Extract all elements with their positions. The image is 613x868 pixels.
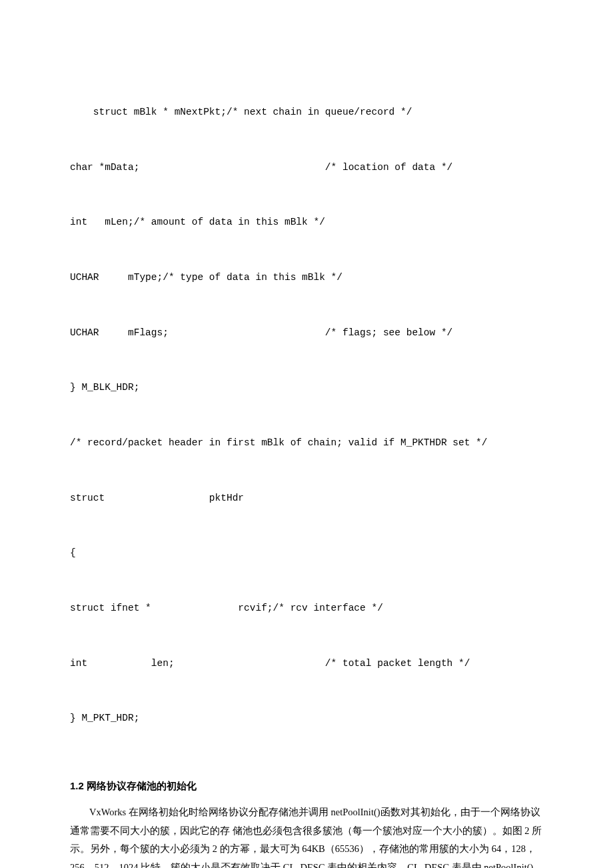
- document-page: struct mBlk * mNextPkt;/* next chain in …: [0, 0, 613, 868]
- code-line: int mLen;/* amount of data in this mBlk …: [70, 213, 543, 232]
- code-line: /* record/packet header in first mBlk of…: [70, 434, 543, 453]
- code-line: {: [70, 544, 543, 563]
- code-block: struct mBlk * mNextPkt;/* next chain in …: [70, 67, 543, 765]
- heading-1-2: 1.2 网络协议存储池的初始化: [70, 777, 543, 796]
- paragraph-1-2: VxWorks 在网络初始化时给网络协议分配存储池并调用 netPoolInit…: [70, 803, 543, 868]
- code-line: struct pktHdr: [70, 489, 543, 508]
- code-line: } M_PKT_HDR;: [70, 709, 543, 728]
- code-line: UCHAR mType;/* type of data in this mBlk…: [70, 269, 543, 287]
- code-line: struct mBlk * mNextPkt;/* next chain in …: [70, 103, 543, 122]
- code-line: } M_BLK_HDR;: [70, 379, 543, 397]
- code-line: UCHAR mFlags; /* flags; see below */: [70, 324, 543, 343]
- code-line: struct ifnet * rcvif;/* rcv interface */: [70, 599, 543, 618]
- code-line: char *mData; /* location of data */: [70, 159, 543, 177]
- code-line: int len; /* total packet length */: [70, 655, 543, 673]
